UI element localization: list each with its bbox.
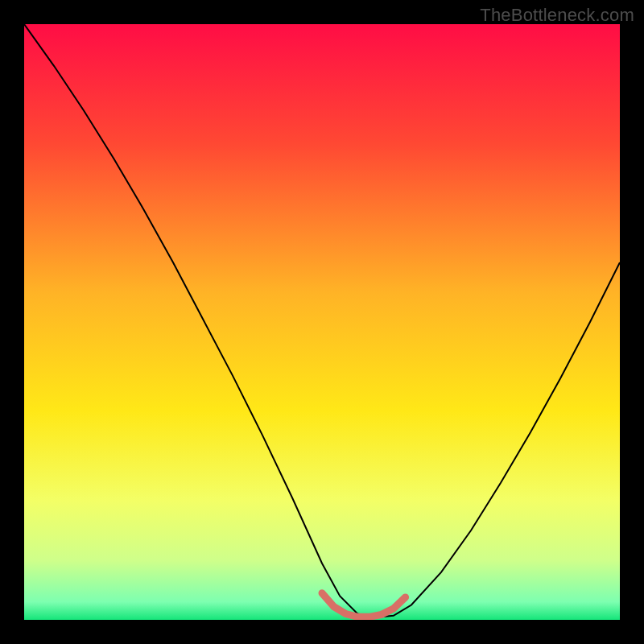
gradient-background	[24, 24, 620, 620]
plot-area	[24, 24, 620, 620]
chart-svg	[24, 24, 620, 620]
chart-frame: TheBottleneck.com	[0, 0, 644, 644]
watermark-text: TheBottleneck.com	[480, 5, 634, 26]
